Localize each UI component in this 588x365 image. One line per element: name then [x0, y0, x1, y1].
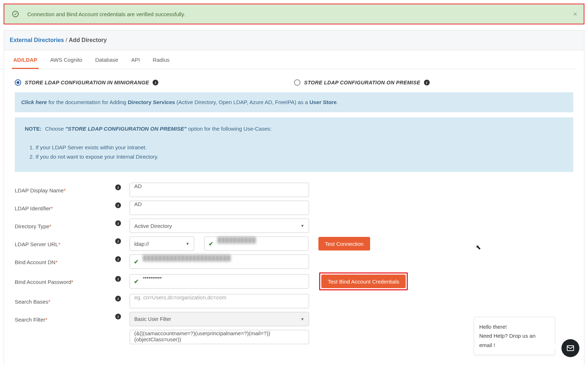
chat-line-1: Hello there!: [479, 322, 550, 332]
doc-info-box: Click here for the documentation for Add…: [15, 92, 573, 112]
search-bases-input[interactable]: eg. cn=Users,dc=organization,dc=com: [130, 294, 309, 308]
test-bind-credentials-button[interactable]: Test Bind Account Credentials: [321, 275, 406, 288]
label-search-bases: Search Bases: [15, 299, 48, 305]
main-panel: External Directories / Add Directory AD/…: [4, 30, 584, 365]
check-icon: ✔: [209, 240, 213, 247]
label-directory-type: Directory Type: [15, 223, 49, 229]
note-list: If your LDAP Server exists within your i…: [36, 143, 563, 161]
info-icon[interactable]: i: [115, 202, 121, 208]
note-label: NOTE:: [25, 126, 42, 132]
doc-text-pre: for the documentation for Adding: [47, 99, 128, 105]
required-marker: *: [64, 187, 66, 193]
tab-awscognito[interactable]: AWS Cognito: [49, 50, 84, 69]
radio-unchecked-icon: [294, 79, 300, 86]
row-bind-pw: Bind Account Password* i ✔ •••••••••• Te…: [15, 272, 573, 290]
check-icon: ✔: [134, 278, 139, 285]
row-directory-type: Directory Type* i Active Directory ▼: [15, 219, 573, 233]
check-icon: ✔: [134, 258, 139, 265]
label-ldap-display-name: LDAP Display Name: [15, 187, 64, 193]
bind-pw-input[interactable]: ••••••••••: [130, 274, 309, 289]
chevron-down-icon: ▼: [300, 224, 304, 228]
chat-line-2: Need Help? Drop us an email !: [479, 331, 550, 350]
radio-checked-icon: [15, 79, 21, 86]
row-ldap-display-name: LDAP Display Name* i AD: [15, 183, 573, 197]
directory-type-value: Active Directory: [134, 223, 172, 229]
doc-click-here-link[interactable]: Click here: [21, 99, 47, 105]
search-filter-expression-input[interactable]: (&(|(samaccountname=?)(userprincipalname…: [130, 330, 309, 344]
required-marker: *: [71, 279, 74, 285]
info-icon[interactable]: i: [153, 80, 158, 85]
bind-dn-input[interactable]: ███████████████████████: [130, 254, 309, 269]
tab-bar: AD/LDAP AWS Cognito Database API Radius: [12, 50, 576, 69]
note-box: NOTE: Choose "STORE LDAP CONFIGURATION O…: [15, 117, 573, 172]
config-location-radio-group: STORE LDAP CONFIGURATION IN MINIORANGE i…: [15, 79, 573, 86]
required-marker: *: [55, 259, 57, 265]
doc-text-tail: .: [337, 99, 338, 105]
row-ldap-identifier: LDAP Identifier* i AD: [15, 201, 573, 215]
label-search-filter: Search Filter: [15, 317, 45, 323]
row-ldap-server-url: LDAP Server URL* i ldap:// ▼ ✔ █████████…: [15, 237, 573, 251]
radio-store-onpremise[interactable]: STORE LDAP CONFIGURATION ON PREMISE i: [294, 79, 573, 86]
required-marker: *: [58, 241, 60, 247]
info-icon[interactable]: i: [115, 256, 121, 262]
required-marker: *: [49, 223, 51, 229]
breadcrumb-current: Add Directory: [69, 37, 107, 43]
note-tail: option for the following Use-Cases:: [188, 126, 272, 132]
chevron-down-icon: ▼: [300, 317, 304, 321]
search-filter-value: Basic User Filter: [134, 316, 171, 322]
note-quoted: "STORE LDAP CONFIGURATION ON PREMISE": [65, 126, 187, 132]
mail-icon: [566, 344, 575, 352]
highlight-box: Test Bind Account Credentials: [319, 272, 408, 290]
tab-adldap[interactable]: AD/LDAP: [12, 50, 39, 69]
tab-api[interactable]: API: [130, 50, 141, 69]
ldap-identifier-input[interactable]: AD: [130, 201, 309, 215]
required-marker: *: [45, 317, 47, 323]
search-filter-select[interactable]: Basic User Filter ▼: [130, 312, 309, 326]
info-icon[interactable]: i: [424, 80, 430, 85]
required-marker: *: [51, 205, 53, 211]
chat-popup: Hello there! Need Help? Drop us an email…: [474, 317, 555, 355]
info-icon[interactable]: i: [115, 184, 121, 190]
ldap-scheme-select[interactable]: ldap:// ▼: [130, 237, 194, 251]
info-icon[interactable]: i: [115, 276, 121, 282]
breadcrumb-link[interactable]: External Directories: [10, 37, 64, 43]
note-choose: Choose: [45, 126, 65, 132]
check-circle-icon: ✓: [12, 11, 19, 17]
breadcrumb: External Directories / Add Directory: [4, 31, 584, 50]
test-connection-button[interactable]: Test Connection: [318, 237, 370, 251]
row-search-bases: Search Bases* i eg. cn=Users,dc=organiza…: [15, 294, 573, 308]
radio-miniorange-label: STORE LDAP CONFIGURATION IN MINIORANGE: [25, 80, 149, 85]
doc-text-mid: (Active Directory, Open LDAP, Azure AD, …: [175, 99, 309, 105]
label-ldap-server-url: LDAP Server URL: [15, 241, 58, 247]
info-icon[interactable]: i: [115, 220, 121, 226]
chat-button[interactable]: [561, 339, 579, 357]
doc-directory-services: Directory Services: [128, 99, 175, 105]
label-bind-pw: Bind Account Password: [15, 279, 71, 285]
directory-type-select[interactable]: Active Directory ▼: [130, 219, 309, 233]
radio-onpremise-label: STORE LDAP CONFIGURATION ON PREMISE: [304, 80, 420, 85]
alert-message: Connection and Bind Account credentials …: [27, 11, 185, 17]
info-icon[interactable]: i: [115, 296, 121, 301]
label-bind-dn: Bind Account DN: [15, 259, 55, 265]
required-marker: *: [48, 299, 50, 305]
close-icon[interactable]: ×: [573, 10, 577, 18]
breadcrumb-sep: /: [66, 37, 67, 43]
success-alert: ✓ Connection and Bind Account credential…: [4, 4, 584, 24]
ldap-display-name-input[interactable]: AD: [130, 183, 309, 197]
chevron-down-icon: ▼: [186, 242, 190, 246]
info-icon[interactable]: i: [115, 238, 121, 244]
label-ldap-identifier: LDAP Identifier: [15, 205, 51, 211]
tab-radius[interactable]: Radius: [151, 50, 171, 69]
doc-user-store: User Store: [309, 99, 337, 105]
ldap-scheme-value: ldap://: [134, 241, 149, 247]
note-item-1: If your LDAP Server exists within your i…: [36, 143, 563, 152]
ldap-host-input[interactable]: ██████████: [204, 237, 308, 251]
note-item-2: If you do not want to expose your Intern…: [36, 153, 563, 161]
tab-database[interactable]: Database: [94, 50, 120, 69]
info-icon[interactable]: i: [115, 314, 121, 319]
radio-store-miniorange[interactable]: STORE LDAP CONFIGURATION IN MINIORANGE i: [15, 79, 294, 86]
row-bind-dn: Bind Account DN* i ✔ ███████████████████…: [15, 254, 573, 269]
